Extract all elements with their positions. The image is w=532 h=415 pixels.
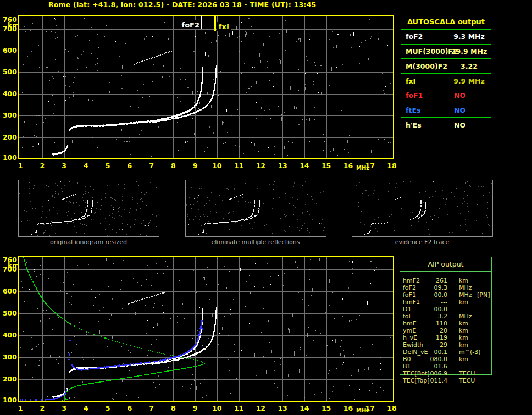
svg-text:4: 4 [84, 162, 88, 170]
svg-text:8: 8 [171, 404, 176, 412]
svg-text:km: km [8, 261, 19, 269]
svg-text:500: 500 [3, 68, 17, 76]
aip-table-row: foF100.0MHz[PN] [400, 291, 491, 298]
svg-text:1: 1 [18, 404, 23, 412]
parameter-unit: TECU [459, 377, 475, 384]
svg-text:6: 6 [127, 162, 132, 170]
autoscala-table-row: MUF(3000)F229.9 MHz [401, 44, 491, 59]
parameter-value: 006.9 [420, 370, 447, 377]
svg-text:3: 3 [62, 162, 66, 170]
parameter-unit: MHz [459, 284, 472, 291]
parameter-label: foF2 [401, 32, 423, 41]
aip-table-row: B0080.0km [400, 356, 491, 363]
svg-text:600: 600 [3, 287, 17, 295]
svg-text:7: 7 [149, 404, 154, 412]
parameter-unit: m^(-3) [459, 348, 480, 356]
svg-text:km: km [8, 21, 19, 29]
svg-text:2: 2 [40, 404, 45, 412]
aip-table-row: TEC[Bot]006.9TECU [400, 370, 491, 377]
svg-text:400: 400 [3, 90, 17, 98]
autoscala-table-row: foF29.3 MHz [401, 30, 491, 44]
parameter-value: NO [447, 121, 491, 129]
svg-text:6: 6 [127, 404, 132, 412]
svg-text:5: 5 [106, 404, 110, 412]
parameter-note: [PN] [477, 291, 490, 298]
parameter-unit: km [459, 320, 468, 327]
svg-text:16: 16 [343, 404, 353, 412]
parameter-value: 3.22 [447, 62, 491, 70]
svg-text:1: 1 [18, 162, 23, 170]
svg-text:foF2: foF2 [181, 21, 199, 29]
aip-table-row: ymE20km [400, 327, 491, 334]
parameter-label: hmF2 [403, 277, 420, 284]
svg-text:10: 10 [212, 404, 222, 412]
autoscala-table-row: M(3000)F23.22 [401, 58, 491, 73]
svg-text:13: 13 [278, 162, 287, 170]
parameter-unit: km [459, 341, 468, 348]
parameter-value: 080.0 [420, 356, 447, 363]
svg-text:12: 12 [256, 404, 265, 412]
parameter-label: hmE [403, 320, 417, 327]
svg-text:200: 200 [3, 375, 17, 383]
parameter-unit: MHz [459, 291, 472, 298]
aip-table-row: B101.6 [400, 363, 491, 370]
autoscala-table-row: fxI9.9 MHz [401, 73, 491, 88]
parameter-value: --- [420, 298, 447, 306]
parameter-label: foF1 [401, 91, 423, 99]
svg-text:11: 11 [234, 404, 243, 412]
aip-table-row: foF209.3MHz [400, 284, 491, 291]
aip-table-row: D100.0 [400, 306, 491, 313]
aip-table-row: Ewidth29km [400, 341, 491, 348]
parameter-label: B1 [403, 363, 411, 370]
parameter-label: fxI [401, 77, 415, 85]
svg-text:600: 600 [3, 46, 17, 54]
parameter-value: 9.3 MHz [447, 32, 491, 41]
svg-text:16: 16 [343, 162, 353, 170]
parameter-value: 9.9 MHz [447, 77, 491, 85]
aip-table-row: TEC[Top]011.4TECU [400, 377, 491, 384]
parameter-label: foF2 [403, 284, 416, 291]
parameter-unit: km [459, 334, 468, 341]
aip-table-header: AIP output [400, 257, 491, 272]
svg-text:4: 4 [84, 404, 88, 412]
parameter-value: 261 [420, 277, 447, 284]
parameter-value: 00.0 [420, 291, 447, 298]
parameter-label: M(3000)F2 [401, 62, 447, 70]
svg-text:15: 15 [322, 162, 331, 170]
parameter-label: B0 [403, 356, 411, 363]
svg-text:500: 500 [3, 309, 17, 317]
svg-text:15: 15 [322, 404, 331, 412]
parameter-unit: km [459, 298, 468, 306]
parameter-label: D1 [403, 306, 411, 313]
autoscala-table-row: foF1NO [401, 88, 491, 103]
svg-text:400: 400 [3, 331, 17, 339]
parameter-value: 3.2 [420, 313, 447, 320]
svg-text:3: 3 [62, 404, 66, 412]
svg-text:MHz: MHz [356, 407, 369, 413]
parameter-value: 119 [420, 334, 447, 341]
thumbnail-caption-2: eliminate multiple reflections [184, 239, 327, 246]
parameter-label: h_vE [403, 334, 417, 341]
svg-text:200: 200 [3, 133, 17, 141]
aip-table-row: hmF2261km [400, 277, 491, 284]
autoscala-table-row: h'EsNO [401, 117, 491, 132]
parameter-unit: km [459, 356, 468, 363]
parameter-value: NO [447, 91, 491, 99]
parameter-unit: MHz [459, 313, 472, 320]
parameter-label: ftEs [401, 106, 420, 114]
svg-text:18: 18 [387, 162, 396, 170]
parameter-value: 20 [420, 327, 447, 334]
parameter-value: 110 [420, 320, 447, 327]
svg-text:13: 13 [278, 404, 287, 412]
svg-text:10: 10 [212, 162, 222, 170]
svg-text:100: 100 [3, 153, 17, 162]
aip-table-row: h_vE119km [400, 334, 491, 341]
parameter-value: 09.3 [420, 284, 447, 291]
aip-table-row: foE3.2MHz [400, 313, 491, 320]
svg-text:9: 9 [193, 404, 198, 412]
parameter-label: h'Es [401, 121, 422, 129]
svg-text:11: 11 [234, 162, 243, 170]
parameter-value: 01.6 [420, 363, 447, 370]
aip-table-row: DelN_vE00.1m^(-3) [400, 348, 491, 356]
svg-text:8: 8 [171, 162, 176, 170]
